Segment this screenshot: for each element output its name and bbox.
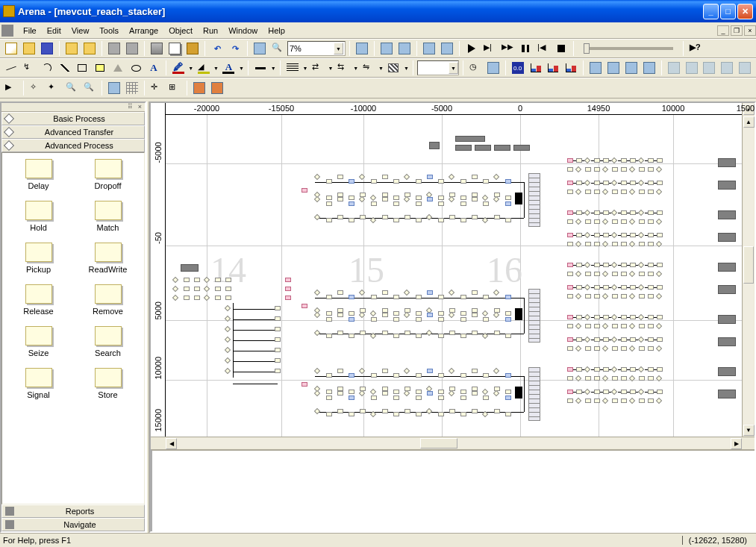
menu-run[interactable]: Run: [198, 25, 223, 37]
variable-button[interactable]: 0.0: [510, 60, 526, 76]
paste-button[interactable]: [184, 40, 201, 57]
start-over-button[interactable]: |◀: [535, 40, 552, 57]
category-advanced-transfer[interactable]: Advanced Transfer: [1, 125, 145, 139]
category-basic-process[interactable]: Basic Process: [1, 112, 145, 125]
linewidth[interactable]: [252, 60, 269, 76]
arrow-style[interactable]: ⇄: [310, 60, 326, 76]
attach-button[interactable]: [63, 40, 80, 57]
pointer-tool[interactable]: ▶: [3, 80, 19, 96]
menu-object[interactable]: Object: [163, 25, 198, 37]
module-store[interactable]: Store: [86, 368, 131, 399]
global-button[interactable]: [641, 60, 657, 76]
snap-button[interactable]: ✛: [149, 80, 165, 96]
input-analyzer-button[interactable]: [421, 40, 437, 57]
bezier-tool[interactable]: [57, 60, 73, 76]
mdi-close[interactable]: ×: [744, 25, 756, 36]
lw-dd[interactable]: ▼: [270, 66, 276, 71]
glue2-button[interactable]: [209, 80, 225, 96]
undo-button[interactable]: ↶: [209, 40, 225, 57]
text-dd[interactable]: ▼: [238, 66, 244, 71]
opt4-button[interactable]: [719, 60, 735, 76]
module-delay[interactable]: Delay: [16, 159, 61, 190]
polyline-tool[interactable]: ↯: [21, 60, 37, 76]
menu-arrange[interactable]: Arrange: [124, 25, 163, 37]
open-button[interactable]: [21, 40, 37, 57]
save-button[interactable]: [39, 40, 55, 57]
print-preview-button[interactable]: [124, 40, 140, 57]
maximize-button[interactable]: □: [720, 4, 736, 19]
brush-dd[interactable]: ▼: [188, 66, 194, 71]
text-tool[interactable]: A: [146, 60, 162, 76]
storage-button[interactable]: [605, 60, 622, 76]
new-button[interactable]: [3, 40, 19, 57]
step-button[interactable]: ▶|: [481, 40, 498, 57]
menu-file[interactable]: File: [18, 25, 42, 37]
module-pickup[interactable]: Pickup: [16, 243, 61, 274]
module-hold[interactable]: Hold: [16, 201, 61, 232]
as-dd[interactable]: ▼: [328, 66, 334, 71]
menu-view[interactable]: View: [66, 25, 95, 37]
ls-dd[interactable]: ▼: [302, 66, 308, 71]
opt1-button[interactable]: [666, 60, 682, 76]
as2-dd[interactable]: ▼: [353, 66, 359, 71]
layers-button[interactable]: [252, 40, 268, 57]
resource-button[interactable]: [623, 60, 640, 76]
opt3-button[interactable]: [701, 60, 717, 76]
mdi-restore[interactable]: ❐: [731, 25, 743, 36]
clock-button[interactable]: ◷: [467, 60, 484, 76]
submodel-button[interactable]: [378, 40, 395, 57]
zoom-in-button[interactable]: 🔍: [63, 80, 80, 96]
cut-button[interactable]: [149, 40, 165, 57]
text-color[interactable]: A: [221, 60, 237, 76]
goto-dd[interactable]: ▼: [449, 62, 458, 74]
connect-button[interactable]: [354, 40, 370, 57]
snap2-button[interactable]: ⊞: [166, 80, 183, 96]
module-seize[interactable]: Seize: [16, 326, 61, 357]
plot-button[interactable]: [563, 60, 579, 76]
context-help-button[interactable]: ▶?: [687, 40, 704, 57]
module-match[interactable]: Match: [86, 201, 131, 232]
module-signal[interactable]: Signal: [16, 368, 61, 399]
fillbox-tool[interactable]: [92, 60, 108, 76]
zoom-dropdown[interactable]: ▼: [334, 43, 343, 54]
fastforward-button[interactable]: ▶▶: [499, 40, 516, 57]
detach-button[interactable]: [81, 40, 98, 57]
stop-button[interactable]: [553, 40, 569, 57]
module-release[interactable]: Release: [16, 284, 61, 316]
grid-button[interactable]: [124, 80, 140, 96]
speed-thumb[interactable]: [584, 43, 590, 54]
h-scroll-thumb[interactable]: [420, 438, 457, 448]
minimize-button[interactable]: _: [703, 4, 719, 19]
fill-color[interactable]: ◢: [196, 60, 212, 76]
category-advanced-process[interactable]: Advanced Process: [1, 139, 145, 152]
document-icon[interactable]: [1, 25, 13, 37]
date-button[interactable]: [485, 60, 502, 76]
menu-edit[interactable]: Edit: [42, 25, 66, 37]
module-remove[interactable]: Remove: [86, 284, 131, 316]
go-button[interactable]: [463, 40, 480, 57]
mdi-minimize[interactable]: _: [717, 25, 729, 36]
zoom-out-button[interactable]: 🔍: [81, 80, 98, 96]
print-button[interactable]: [106, 40, 122, 57]
menu-window[interactable]: Window: [223, 25, 263, 37]
glue-button[interactable]: [191, 80, 207, 96]
fill-dd[interactable]: ▼: [213, 66, 219, 71]
v-scroll-thumb[interactable]: [743, 246, 754, 284]
menu-help[interactable]: Help: [263, 25, 290, 37]
horizontal-scrollbar[interactable]: ◀ ▶: [151, 437, 755, 449]
zoom-combo[interactable]: ▼: [287, 41, 346, 56]
brush-color[interactable]: 🖉: [170, 60, 187, 76]
canvas[interactable]: 141516: [166, 115, 742, 437]
module-readwrite[interactable]: ReadWrite: [86, 243, 131, 274]
scroll-up[interactable]: ▲: [743, 116, 755, 128]
reports-button[interactable]: Reports: [1, 504, 145, 518]
ellipse-tool[interactable]: [128, 60, 144, 76]
fh-dd[interactable]: ▼: [378, 66, 384, 71]
polygon-tool[interactable]: [110, 60, 126, 76]
line-tool[interactable]: [3, 60, 19, 76]
view-all-button[interactable]: ✧: [28, 80, 44, 96]
scroll-right[interactable]: ▶: [731, 438, 742, 449]
check-button[interactable]: [396, 40, 413, 57]
panel-close-icon[interactable]: ⠿ ×: [128, 103, 143, 111]
output-analyzer-button[interactable]: [439, 40, 455, 57]
